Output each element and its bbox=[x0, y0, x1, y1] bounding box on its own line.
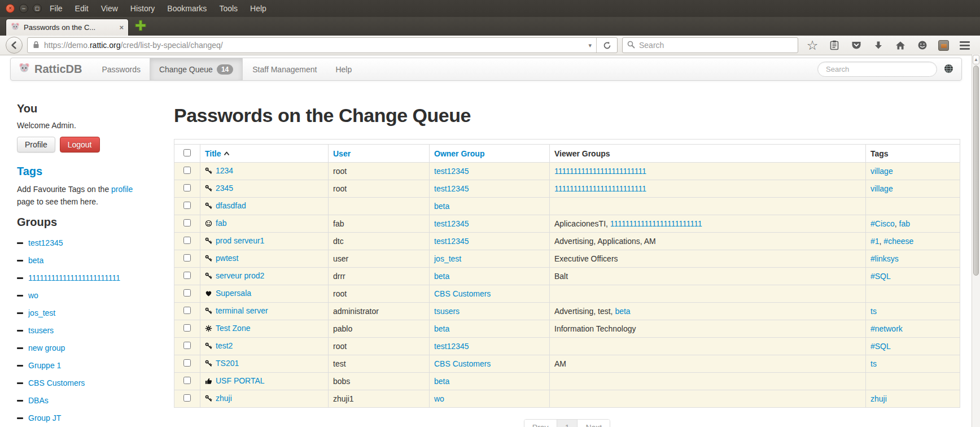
pagination-prev[interactable]: Prev bbox=[524, 420, 557, 427]
group-link[interactable]: 111111111111111111111111 bbox=[28, 273, 120, 282]
browser-tab[interactable]: Passwords on the C... × bbox=[6, 19, 129, 36]
back-button[interactable] bbox=[6, 37, 23, 54]
tag-link[interactable]: village bbox=[870, 167, 893, 176]
owner-group-link[interactable]: wo bbox=[434, 394, 444, 403]
browser-search-input[interactable] bbox=[639, 41, 793, 50]
nav-item-staff-management[interactable]: Staff Management bbox=[243, 58, 326, 80]
tag-link[interactable]: ts bbox=[870, 307, 877, 316]
globe-icon[interactable] bbox=[944, 64, 953, 75]
group-link[interactable]: beta bbox=[28, 256, 43, 265]
row-checkbox[interactable] bbox=[183, 324, 191, 332]
window-minimize-icon[interactable]: – bbox=[19, 4, 28, 13]
credential-title-link[interactable]: Supersala bbox=[216, 289, 251, 298]
group-link[interactable]: Gruppe 1 bbox=[28, 361, 61, 370]
group-link[interactable]: new group bbox=[28, 343, 65, 352]
credential-title-link[interactable]: test2 bbox=[216, 341, 233, 350]
credential-title-link[interactable]: 1234 bbox=[216, 166, 233, 175]
tag-link[interactable]: fab bbox=[899, 219, 910, 228]
select-all-checkbox[interactable] bbox=[183, 149, 191, 156]
owner-group-link[interactable]: CBS Customers bbox=[434, 359, 491, 368]
browser-menu-view[interactable]: View bbox=[101, 4, 118, 13]
owner-group-link[interactable]: test12345 bbox=[434, 342, 469, 351]
url-dropdown-icon[interactable]: ▾ bbox=[584, 42, 596, 49]
credential-title-link[interactable]: prod serveur1 bbox=[216, 236, 264, 245]
profile-button[interactable]: Profile bbox=[17, 137, 55, 152]
browser-menu-edit[interactable]: Edit bbox=[75, 4, 89, 13]
credential-title-link[interactable]: TS201 bbox=[216, 359, 239, 368]
row-checkbox[interactable] bbox=[183, 219, 191, 226]
site-search-input[interactable] bbox=[826, 65, 929, 73]
scrollbar-up-arrow-icon[interactable]: ▲ bbox=[973, 55, 979, 64]
tab-close-icon[interactable]: × bbox=[119, 23, 124, 32]
sort-header-user[interactable]: User bbox=[333, 149, 351, 158]
logout-button[interactable]: Logout bbox=[60, 137, 100, 152]
owner-group-link[interactable]: test12345 bbox=[434, 184, 469, 193]
browser-menu-file[interactable]: File bbox=[50, 4, 63, 13]
row-checkbox[interactable] bbox=[183, 307, 191, 314]
row-checkbox[interactable] bbox=[183, 377, 191, 384]
owner-group-link[interactable]: test12345 bbox=[434, 167, 469, 176]
row-checkbox[interactable] bbox=[183, 202, 191, 209]
owner-group-link[interactable]: tsusers bbox=[434, 307, 460, 316]
window-maximize-icon[interactable]: ◻ bbox=[33, 4, 42, 13]
group-link[interactable]: test12345 bbox=[28, 238, 63, 247]
tag-link[interactable]: ts bbox=[870, 359, 877, 368]
pagination-current-page[interactable]: 1 bbox=[557, 420, 578, 427]
row-checkbox[interactable] bbox=[183, 359, 191, 367]
browser-search[interactable] bbox=[622, 37, 798, 53]
extension-icon[interactable] bbox=[938, 40, 949, 51]
row-checkbox[interactable] bbox=[183, 167, 191, 174]
home-icon[interactable] bbox=[894, 39, 907, 51]
owner-group-link[interactable]: CBS Customers bbox=[434, 289, 491, 298]
feedback-smiley-icon[interactable] bbox=[916, 39, 929, 51]
sort-header-owner-group[interactable]: Owner Group bbox=[434, 149, 484, 158]
group-link[interactable]: CBS Customers bbox=[28, 378, 85, 387]
owner-group-link[interactable]: jos_test bbox=[434, 254, 461, 263]
credential-title-link[interactable]: dfasdfad bbox=[216, 201, 246, 210]
brand[interactable]: RatticDB bbox=[11, 58, 92, 80]
tag-link[interactable]: #1 bbox=[870, 237, 880, 246]
browser-menu-help[interactable]: Help bbox=[250, 4, 266, 13]
row-checkbox[interactable] bbox=[183, 289, 191, 297]
viewer-group-link[interactable]: beta bbox=[615, 307, 630, 316]
download-icon[interactable] bbox=[872, 39, 885, 51]
reload-button[interactable] bbox=[597, 38, 617, 53]
viewer-group-link[interactable]: 111111111111111111111111 bbox=[554, 167, 646, 176]
credential-title-link[interactable]: zhuji bbox=[216, 394, 232, 403]
viewer-group-link[interactable]: 111111111111111111111111 bbox=[554, 184, 646, 193]
tag-link[interactable]: zhuji bbox=[870, 394, 887, 403]
tag-link[interactable]: #SQL bbox=[870, 272, 891, 281]
new-tab-button[interactable] bbox=[134, 19, 147, 33]
browser-menu-tools[interactable]: Tools bbox=[219, 4, 238, 13]
row-checkbox[interactable] bbox=[183, 254, 191, 262]
tag-link[interactable]: #network bbox=[870, 324, 903, 333]
tag-link[interactable]: #linksys bbox=[870, 254, 899, 263]
browser-menu-bookmarks[interactable]: Bookmarks bbox=[167, 4, 207, 13]
bookmark-star-icon[interactable]: ☆ bbox=[806, 39, 819, 51]
row-checkbox[interactable] bbox=[183, 394, 191, 402]
menu-hamburger-icon[interactable] bbox=[959, 39, 971, 51]
nav-item-passwords[interactable]: Passwords bbox=[92, 58, 149, 80]
row-checkbox[interactable] bbox=[183, 272, 191, 279]
tag-link[interactable]: village bbox=[870, 184, 893, 193]
row-checkbox[interactable] bbox=[183, 184, 191, 191]
browser-menu-history[interactable]: History bbox=[130, 4, 155, 13]
pagination-next[interactable]: Next bbox=[578, 420, 610, 427]
credential-title-link[interactable]: 2345 bbox=[216, 184, 233, 193]
profile-link[interactable]: profile bbox=[111, 185, 133, 194]
group-link[interactable]: tsusers bbox=[28, 326, 54, 335]
owner-group-link[interactable]: test12345 bbox=[434, 237, 469, 246]
group-link[interactable]: wo bbox=[28, 291, 38, 300]
nav-item-help[interactable]: Help bbox=[326, 58, 361, 80]
site-search[interactable] bbox=[817, 62, 937, 77]
group-link[interactable]: Group JT bbox=[28, 413, 61, 422]
owner-group-link[interactable]: beta bbox=[434, 272, 449, 281]
credential-title-link[interactable]: terminal server bbox=[216, 306, 268, 315]
owner-group-link[interactable]: beta bbox=[434, 202, 449, 211]
credential-title-link[interactable]: pwtest bbox=[216, 254, 238, 263]
viewer-group-link[interactable]: 111111111111111111111111 bbox=[610, 219, 702, 228]
tag-link[interactable]: #SQL bbox=[870, 342, 891, 351]
group-link[interactable]: DBAs bbox=[28, 396, 49, 405]
reading-list-icon[interactable] bbox=[828, 39, 841, 51]
scrollbar-thumb[interactable] bbox=[973, 66, 979, 276]
